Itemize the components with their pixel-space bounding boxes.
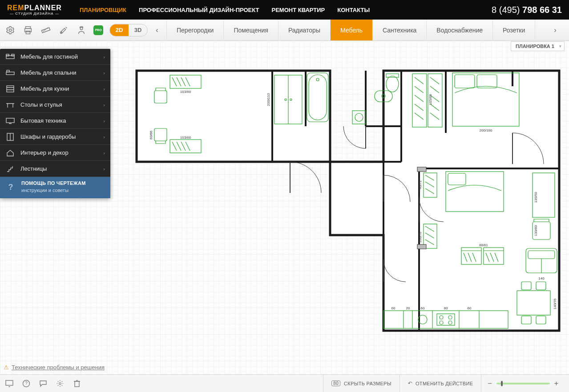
help-icon[interactable]: ? xyxy=(21,379,31,388)
chevron-right-icon: › xyxy=(103,150,105,156)
chevron-right-icon: › xyxy=(103,134,105,140)
svg-text:165/68: 165/68 xyxy=(428,94,432,105)
chevron-right-icon: › xyxy=(103,86,105,92)
trash-icon[interactable] xyxy=(72,379,82,388)
svg-text:200/110: 200/110 xyxy=(266,93,270,106)
hide-sizes-button[interactable]: 80 СКРЫТЬ РАЗМЕРЫ xyxy=(323,375,399,392)
svg-point-6 xyxy=(80,27,83,30)
tab-furniture[interactable]: Мебель xyxy=(331,20,373,40)
tech-issues-link[interactable]: ⚠ Технические проблемы и решения xyxy=(4,364,105,371)
main-nav: ПЛАНИРОВЩИК ПРОФЕССИОНАЛЬНЫЙ ДИЗАЙН-ПРОЕ… xyxy=(80,7,370,13)
bottom-bar: ? 80 СКРЫТЬ РАЗМЕРЫ ↶ ОТМЕНИТЬ ДЕЙСТВИЕ … xyxy=(0,374,569,392)
question-icon: ? xyxy=(5,183,16,192)
tab-sockets[interactable]: Розетки xyxy=(493,20,535,40)
app-header: REMPLANNER — СТУДИЯ ДИЗАЙНА — ПЛАНИРОВЩИ… xyxy=(0,0,569,20)
tools-icon[interactable] xyxy=(58,24,69,36)
worker-icon[interactable] xyxy=(76,24,87,36)
stairs-icon xyxy=(5,164,15,174)
sidebar-item-appliances[interactable]: Бытовая техника› xyxy=(0,113,110,129)
sidebar-label: Мебель для спальни xyxy=(20,69,77,76)
zoom-slider[interactable] xyxy=(496,383,550,384)
svg-rect-81 xyxy=(417,244,426,249)
settings-icon[interactable] xyxy=(55,379,65,388)
svg-text:60: 60 xyxy=(421,306,425,310)
kitchen-icon xyxy=(5,84,15,94)
tab-water[interactable]: Водоснабжение xyxy=(427,20,493,40)
furniture-sidebar: Мебель для гостиной› Мебель для спальни›… xyxy=(0,49,110,198)
settings-gear-icon[interactable] xyxy=(4,24,16,36)
svg-rect-120 xyxy=(75,381,79,387)
sidebar-label: Столы и стулья xyxy=(20,101,62,108)
toolbar: PRO 2D 3D ‹ Перегородки Помещения Радиат… xyxy=(0,20,569,41)
warning-icon: ⚠ xyxy=(4,364,9,371)
logo-text: REMPLANNER xyxy=(7,4,62,12)
bed-icon xyxy=(5,68,15,78)
ruler-icon[interactable] xyxy=(40,24,52,36)
logo[interactable]: REMPLANNER — СТУДИЯ ДИЗАЙНА — xyxy=(7,4,62,16)
sidebar-item-bedroom[interactable]: Мебель для спальни› xyxy=(0,65,110,81)
sidebar-label: Мебель для кухни xyxy=(20,85,69,92)
view-2d-button[interactable]: 2D xyxy=(110,24,129,36)
pro-badge[interactable]: PRO xyxy=(93,25,103,35)
svg-rect-102 xyxy=(12,54,14,56)
svg-text:140: 140 xyxy=(538,276,545,280)
category-tabs: Перегородки Помещения Радиаторы Мебель С… xyxy=(166,20,546,40)
svg-text:140/76: 140/76 xyxy=(553,298,557,309)
svg-rect-105 xyxy=(7,86,14,92)
view-3d-button[interactable]: 3D xyxy=(129,24,147,36)
screen-icon[interactable] xyxy=(4,379,14,388)
tab-partitions[interactable]: Перегородки xyxy=(166,20,224,40)
undo-button[interactable]: ↶ ОТМЕНИТЬ ДЕЙСТВИЕ xyxy=(400,375,481,392)
house-icon xyxy=(5,148,15,158)
table-icon xyxy=(5,100,15,110)
svg-text:60/66: 60/66 xyxy=(149,130,153,140)
svg-rect-103 xyxy=(6,72,14,75)
tab-rooms[interactable]: Помещения xyxy=(224,20,278,40)
nav-contacts[interactable]: КОНТАКТЫ xyxy=(337,7,370,13)
svg-text:100/70: 100/70 xyxy=(418,232,422,243)
nav-planner[interactable]: ПЛАНИРОВЩИК xyxy=(80,7,126,13)
nav-renovation[interactable]: РЕМОНТ КВАРТИР xyxy=(271,7,325,13)
sidebar-item-kitchen[interactable]: Мебель для кухни› xyxy=(0,81,110,97)
svg-text:?: ? xyxy=(25,381,28,386)
zoom-in-button[interactable]: + xyxy=(554,380,558,388)
nav-designproject[interactable]: ПРОФЕССИОНАЛЬНЫЙ ДИЗАЙН-ПРОЕКТ xyxy=(139,7,259,13)
svg-text:103/60: 103/60 xyxy=(180,90,191,94)
svg-rect-115 xyxy=(6,380,13,385)
view-toggle: 2D 3D xyxy=(109,24,148,36)
tabs-scroll-right[interactable]: › xyxy=(549,26,562,34)
tab-plumbing[interactable]: Сантехника xyxy=(373,20,427,40)
sidebar-item-decor[interactable]: Интерьер и декор› xyxy=(0,145,110,161)
tab-radiators[interactable]: Радиаторы xyxy=(278,20,331,40)
chat-icon[interactable] xyxy=(38,379,48,388)
svg-rect-80 xyxy=(417,167,426,172)
svg-rect-3 xyxy=(26,31,30,33)
svg-text:20: 20 xyxy=(406,306,410,310)
help-subtitle: инструкции и советы xyxy=(21,188,69,193)
tabs-scroll-left[interactable]: ‹ xyxy=(150,26,164,34)
plan-selector[interactable]: ПЛАНИРОВКА 1 xyxy=(511,41,565,51)
sidebar-item-stairs[interactable]: Лестницы› xyxy=(0,161,110,177)
sidebar-label: Лестницы xyxy=(20,165,47,172)
sidebar-item-living[interactable]: Мебель для гостиной› xyxy=(0,49,110,65)
chevron-right-icon: › xyxy=(103,102,105,108)
sidebar-help[interactable]: ? ПОМОЩЬ ПО ЧЕРТЕЖАМ инструкции и советы xyxy=(0,177,110,198)
print-icon[interactable] xyxy=(22,24,34,36)
sidebar-item-wardrobes[interactable]: Шкафы и гардеробы› xyxy=(0,129,110,145)
zoom-out-button[interactable]: − xyxy=(488,380,492,388)
phone-number[interactable]: 8 (495) 798 66 31 xyxy=(492,5,562,15)
svg-point-0 xyxy=(9,29,12,32)
svg-text:60: 60 xyxy=(468,306,472,310)
sidebar-item-tables[interactable]: Столы и стулья› xyxy=(0,97,110,113)
sidebar-label: Шкафы и гардеробы xyxy=(20,133,76,140)
svg-text:130/60: 130/60 xyxy=(534,225,538,236)
svg-point-44 xyxy=(355,113,363,121)
svg-rect-101 xyxy=(6,54,9,56)
svg-rect-111 xyxy=(6,118,14,123)
floorplan-drawing: 103/60 103/60 200/110 60/66 200/180 165/… xyxy=(134,68,561,344)
zoom-control: − + xyxy=(481,375,565,392)
logo-subtitle: — СТУДИЯ ДИЗАЙНА — xyxy=(10,12,59,16)
sidebar-label: Мебель для гостиной xyxy=(20,53,78,60)
sidebar-label: Интерьер и декор xyxy=(20,149,69,156)
help-title: ПОМОЩЬ ПО ЧЕРТЕЖАМ xyxy=(21,180,86,186)
